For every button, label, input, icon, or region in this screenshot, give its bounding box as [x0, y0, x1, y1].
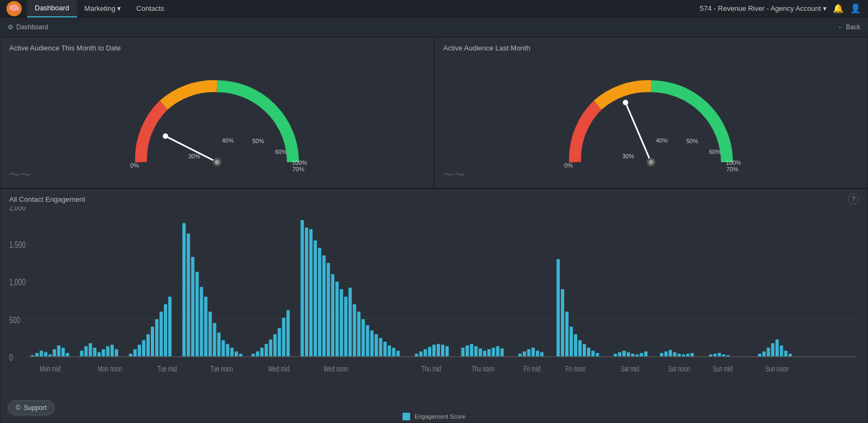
notification-bell[interactable]: 🔔	[832, 3, 844, 15]
nav-item-contacts[interactable]: Contacts	[129, 0, 171, 17]
svg-rect-157	[665, 351, 668, 357]
user-avatar[interactable]: 👤	[850, 3, 861, 15]
nav-item-dashboard[interactable]: Dashboard	[27, 0, 77, 17]
svg-text:30%: 30%	[188, 153, 200, 159]
account-selector[interactable]: 574 - Revenue River - Agency Account ▾	[700, 4, 827, 12]
svg-rect-139	[561, 289, 564, 357]
svg-rect-147	[596, 353, 599, 357]
svg-rect-55	[106, 346, 110, 356]
svg-rect-47	[61, 348, 65, 357]
nav-item-marketing[interactable]: Marketing ▾	[77, 0, 129, 17]
svg-text:100%: 100%	[292, 159, 307, 166]
svg-rect-91	[301, 220, 304, 357]
svg-rect-116	[424, 349, 427, 357]
svg-rect-174	[780, 345, 783, 357]
svg-rect-57	[115, 349, 118, 357]
svg-text:20%: 20%	[597, 177, 609, 178]
svg-rect-112	[392, 348, 395, 357]
support-button[interactable]: © Support	[8, 400, 55, 415]
engagement-header: All Contact Engagement ?	[9, 194, 859, 204]
svg-rect-54	[102, 349, 105, 357]
svg-rect-111	[388, 345, 391, 357]
back-button[interactable]: ← Back	[838, 23, 860, 31]
svg-rect-115	[419, 351, 423, 357]
top-navigation: 🧠 Dashboard Marketing ▾ Contacts 574 - R…	[0, 0, 868, 17]
gauge-svg-right: 0% 10% 20% 30% 40% 50% 60% 70% 80% 90% 1…	[548, 59, 754, 178]
svg-rect-158	[669, 350, 672, 356]
svg-rect-97	[327, 263, 330, 357]
svg-rect-159	[673, 352, 676, 356]
support-icon: ©	[16, 404, 21, 412]
legend-label: Engagement Score	[414, 413, 465, 420]
svg-text:Fri noon: Fri noon	[566, 365, 586, 374]
svg-text:Wed mid: Wed mid	[268, 365, 289, 374]
svg-rect-122	[461, 348, 464, 357]
svg-rect-125	[474, 346, 477, 356]
nav-logo: 🧠	[7, 1, 22, 16]
svg-text:60%: 60%	[709, 149, 721, 155]
svg-rect-104	[357, 312, 360, 357]
svg-point-29	[623, 100, 628, 105]
svg-rect-61	[142, 340, 145, 356]
svg-rect-49	[80, 351, 84, 357]
svg-rect-117	[428, 347, 431, 357]
svg-text:Thu mid: Thu mid	[422, 365, 441, 374]
svg-rect-93	[309, 229, 312, 357]
svg-rect-56	[111, 345, 114, 357]
svg-rect-72	[200, 287, 203, 357]
svg-rect-138	[557, 259, 560, 357]
svg-rect-169	[758, 354, 761, 357]
svg-rect-120	[441, 345, 444, 357]
svg-rect-80	[235, 351, 238, 357]
svg-rect-52	[93, 348, 97, 357]
main-content: Active Audience This Month to Date 0%	[0, 37, 868, 423]
svg-rect-84	[260, 348, 264, 357]
svg-text:Mon mid: Mon mid	[40, 365, 60, 374]
svg-text:30%: 30%	[622, 153, 634, 159]
svg-rect-156	[660, 353, 663, 357]
svg-text:0: 0	[9, 352, 13, 362]
svg-rect-107	[371, 330, 374, 356]
svg-rect-134	[527, 349, 531, 357]
svg-text:Sun mid: Sun mid	[713, 365, 733, 374]
help-icon[interactable]: ?	[848, 194, 859, 204]
svg-rect-143	[578, 340, 582, 356]
svg-point-13	[215, 160, 219, 164]
svg-rect-135	[532, 348, 535, 357]
svg-text:70%: 70%	[292, 166, 304, 172]
svg-text:100%: 100%	[726, 159, 741, 166]
svg-rect-70	[191, 257, 194, 357]
svg-rect-163	[691, 353, 694, 357]
svg-text:50%: 50%	[686, 138, 698, 144]
svg-rect-73	[204, 297, 207, 357]
svg-rect-133	[523, 351, 526, 357]
svg-rect-60	[138, 345, 141, 357]
svg-text:Tue noon: Tue noon	[210, 365, 233, 374]
svg-rect-87	[273, 334, 277, 357]
svg-rect-82	[252, 354, 255, 357]
svg-rect-132	[519, 354, 522, 357]
svg-rect-53	[98, 352, 101, 356]
svg-text:20%: 20%	[163, 177, 175, 178]
svg-rect-170	[762, 351, 765, 357]
brain-icon: 🧠	[9, 3, 20, 14]
svg-rect-50	[85, 346, 88, 356]
gauge-display-left: 0% 10% 20% 30% 40% 50% 60% 70% 8	[9, 54, 425, 183]
svg-rect-160	[678, 354, 681, 357]
svg-rect-100	[340, 289, 343, 357]
svg-text:Sat mid: Sat mid	[621, 365, 639, 374]
svg-text:50%: 50%	[252, 138, 264, 144]
svg-rect-127	[483, 351, 486, 357]
breadcrumb-bar: ⚙ Dashboard ← Back	[0, 17, 868, 37]
svg-rect-108	[375, 334, 378, 357]
svg-rect-137	[540, 352, 544, 356]
svg-rect-102	[348, 287, 352, 356]
svg-rect-77	[222, 340, 225, 356]
svg-rect-79	[231, 348, 234, 357]
svg-rect-103	[353, 304, 356, 357]
svg-rect-85	[265, 344, 268, 357]
svg-rect-118	[432, 345, 436, 357]
svg-rect-66	[164, 304, 167, 357]
svg-rect-83	[256, 351, 259, 357]
svg-rect-96	[322, 255, 326, 357]
